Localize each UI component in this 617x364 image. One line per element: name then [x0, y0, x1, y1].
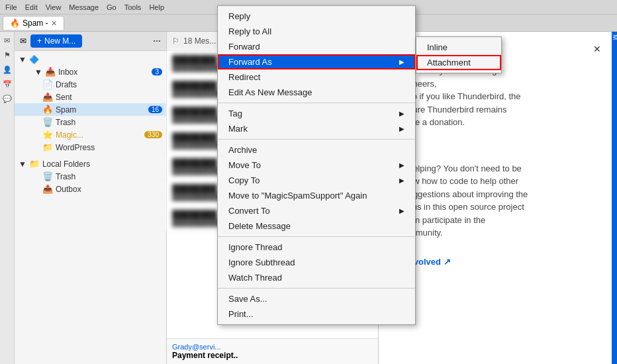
local-trash-icon: 🗑️: [42, 171, 53, 181]
menu-item-forward[interactable]: Forward: [218, 39, 415, 54]
sidebar-item-outbox[interactable]: 📤 Outbox: [15, 183, 166, 195]
menu-item-move-to[interactable]: Move To ▶: [218, 158, 415, 173]
menu-item-save-as[interactable]: Save As...: [218, 291, 415, 306]
reading-pane-body: oy users like you! Producing e engineers…: [389, 64, 601, 129]
sidebar-item-spam[interactable]: 🔥 Spam 16: [15, 103, 166, 116]
tab-spam[interactable]: 🔥 Spam - ✕: [3, 16, 64, 30]
menu-separator-2: [218, 139, 415, 140]
subject-label: Payment receipt..: [172, 351, 373, 360]
sidebar-compose-icon: ✉: [20, 36, 26, 46]
context-menu[interactable]: Reply Reply to All Forward Forward As ▶ …: [217, 5, 416, 325]
menu-item-tag[interactable]: Tag ▶: [218, 106, 415, 121]
magic-badge: 330: [144, 131, 162, 138]
sidebar-item-wordpress[interactable]: 📁 WordPress: [15, 141, 166, 154]
outbox-icon: 📤: [42, 184, 53, 194]
menu-file[interactable]: File: [5, 3, 17, 11]
menu-item-ignore-subthread[interactable]: Ignore Subthread: [218, 255, 415, 270]
menu-item-convert-to[interactable]: Convert To ▶: [218, 203, 415, 218]
menu-item-reply-all[interactable]: Reply to All: [218, 24, 415, 39]
sidebar-more-icon[interactable]: ⋯: [153, 36, 161, 46]
menu-go[interactable]: Go: [107, 3, 117, 11]
menu-item-copy-to[interactable]: Copy To ▶: [218, 173, 415, 188]
sent-icon: 📤: [42, 92, 53, 102]
sidebar-icon-contacts[interactable]: 👤: [1, 64, 13, 75]
notification-bar: M: [612, 32, 617, 364]
new-message-button[interactable]: + New M...: [30, 34, 82, 48]
menu-tools[interactable]: Tools: [124, 3, 142, 11]
sidebar-item-trash[interactable]: 🗑️ Trash: [15, 116, 166, 128]
menu-item-forward-as[interactable]: Forward As ▶: [218, 54, 415, 69]
sidebar-item-local-trash[interactable]: 🗑️ Trash: [15, 170, 166, 183]
drafts-icon: 📄: [42, 79, 53, 89]
sidebar-icon-flag[interactable]: ⚑: [1, 49, 13, 61]
mark-arrow-icon: ▶: [399, 125, 404, 132]
sidebar-item-magic[interactable]: ⭐ Magic... 330: [15, 128, 166, 141]
copy-to-arrow-icon: ▶: [399, 177, 404, 184]
magic-icon: ⭐: [42, 130, 53, 140]
menu-message[interactable]: Message: [69, 3, 99, 11]
folder-sidebar: ✉ + New M... ⋯ ▼ 🔷 ▼ 📥 Inbox 3: [15, 32, 167, 364]
wordpress-icon: 📁: [42, 142, 53, 152]
tag-arrow-icon: ▶: [399, 110, 404, 117]
folder-account[interactable]: ▼ 🔷: [15, 54, 166, 66]
icon-sidebar: ✉ ⚑ 👤 📅 💬: [0, 32, 15, 364]
plus-icon: +: [37, 36, 42, 46]
trash-icon: 🗑️: [42, 117, 53, 127]
menu-item-move-magic[interactable]: Move to "MagicSpamSupport" Again: [218, 188, 415, 203]
sidebar-icon-mail[interactable]: ✉: [1, 34, 13, 46]
spam-badge: 16: [148, 106, 162, 113]
sender-label: Grady@servi...: [172, 343, 373, 351]
menu-item-ignore-thread[interactable]: Ignore Thread: [218, 240, 415, 255]
menu-item-watch-thread[interactable]: Watch Thread: [218, 270, 415, 285]
inbox-badge: 3: [152, 68, 162, 75]
close-icon[interactable]: ✕: [593, 42, 601, 56]
menu-item-mark[interactable]: Mark ▶: [218, 121, 415, 136]
menu-help[interactable]: Help: [149, 3, 164, 11]
menu-separator-3: [218, 236, 415, 237]
sidebar-item-drafts[interactable]: 📄 Drafts: [15, 78, 166, 91]
local-folders-account[interactable]: ▼ 📁 Local Folders: [15, 158, 166, 170]
menu-view[interactable]: View: [46, 3, 62, 11]
submenu-arrow-icon: ▶: [399, 58, 404, 66]
menu-separator-4: [218, 288, 415, 289]
account-icon: 🔷: [29, 55, 39, 64]
menu-edit[interactable]: Edit: [25, 3, 38, 11]
menu-item-redirect[interactable]: Redirect: [218, 69, 415, 85]
move-to-arrow-icon: ▶: [399, 161, 404, 169]
message-count: 18 Mes...: [183, 36, 216, 46]
collapse-icon: ▼: [19, 55, 26, 64]
sidebar-item-sent[interactable]: 📤 Sent: [15, 91, 166, 103]
sidebar-icon-chat[interactable]: 💬: [1, 93, 13, 105]
menu-item-archive[interactable]: Archive: [218, 142, 415, 158]
sort-icon: ⚐: [172, 36, 179, 46]
get-involved-link[interactable]: Get Involved ↗: [389, 248, 601, 269]
folder-sidebar-header: ✉ + New M... ⋯: [15, 32, 166, 51]
reading-pane-body2: bout helping? You don't need to be or kn…: [389, 162, 601, 240]
sidebar-icon-calendar[interactable]: 📅: [1, 78, 13, 90]
sidebar-item-inbox[interactable]: ▼ 📥 Inbox 3: [15, 66, 166, 78]
collapse-icon: ▼: [34, 68, 42, 77]
notif-label: M: [612, 32, 617, 40]
folder-tree: ▼ 🔷 ▼ 📥 Inbox 3 📄 Drafts 📤 Sent: [15, 51, 166, 198]
menu-item-reply[interactable]: Reply: [218, 9, 415, 24]
menu-item-print[interactable]: Print...: [218, 306, 415, 322]
spam-icon: 🔥: [10, 19, 20, 28]
menu-separator-1: [218, 103, 415, 103]
menu-item-delete[interactable]: Delete Message: [218, 218, 415, 234]
inbox-icon: 📥: [45, 67, 56, 77]
convert-to-arrow-icon: ▶: [399, 207, 404, 214]
spam-icon: 🔥: [42, 105, 53, 114]
selected-message-preview[interactable]: Grady@servi... Payment receipt..: [167, 338, 378, 364]
collapse-icon-local: ▼: [19, 159, 26, 169]
tab-close-button[interactable]: ✕: [51, 19, 57, 28]
menu-item-edit-as-new[interactable]: Edit As New Message: [218, 85, 415, 100]
local-folders-icon: 📁: [29, 159, 40, 169]
